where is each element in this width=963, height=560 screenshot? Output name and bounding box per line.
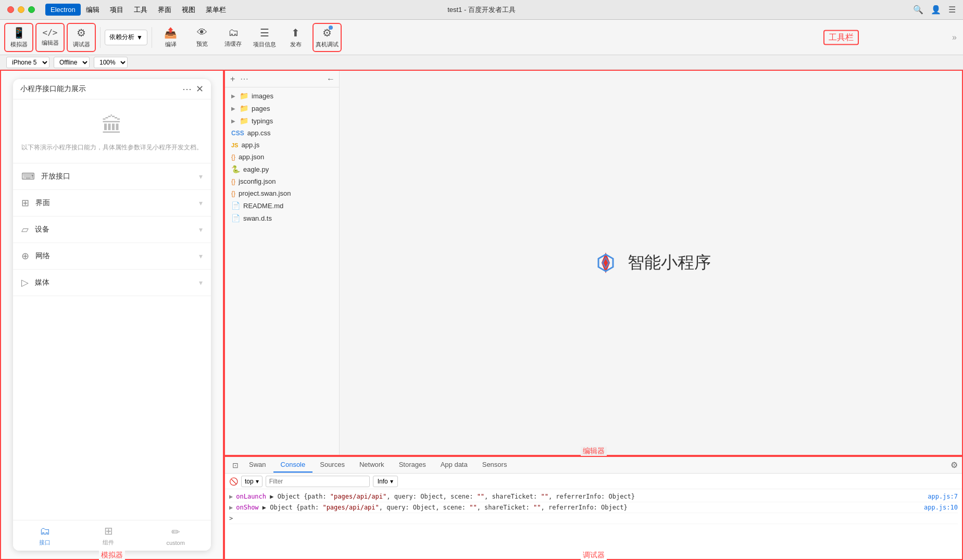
debugger-icon: ⚙: [77, 27, 86, 39]
menu-project[interactable]: 项目: [105, 3, 129, 17]
file-name-swandts: swan.d.ts: [243, 214, 272, 222]
interface-arrow-icon: ▾: [199, 199, 203, 207]
console-toolbar: 🚫 top ▾ Info ▾: [225, 474, 962, 489]
file-item-pages[interactable]: ▶ 📁 pages: [225, 102, 339, 114]
tab-sensors[interactable]: Sensors: [475, 457, 515, 473]
phone-content: 🏛 以下将演示小程序接口能力，具体属性参数详见小程序开发文档。 ⌨ 开放接口 ▾: [13, 99, 211, 520]
traffic-lights: [0, 6, 35, 13]
console-arrow-2[interactable]: ▶: [229, 504, 233, 511]
api-section: ⌨ 开放接口 ▾ ⊞ 界面 ▾ ▱: [13, 163, 211, 296]
search-icon[interactable]: 🔍: [913, 5, 923, 15]
tab-storages[interactable]: Storages: [392, 457, 433, 473]
tab-appdata[interactable]: App data: [433, 457, 475, 473]
publish-button[interactable]: ⬆ 发布: [281, 23, 310, 52]
file-item-projectswanjson[interactable]: {} project.swan.json: [225, 187, 339, 199]
simulator-button[interactable]: 📱 模拟器: [4, 23, 33, 52]
clear-cache-icon: 🗂: [228, 27, 239, 39]
media-name: 媒体: [35, 278, 49, 287]
console-filter-input[interactable]: [266, 476, 370, 487]
menu-interface[interactable]: 界面: [153, 3, 177, 17]
file-name-readme: README.md: [243, 202, 283, 210]
preview-button[interactable]: 👁 预览: [187, 23, 217, 52]
preview-icon: 👁: [197, 27, 207, 39]
console-context-select[interactable]: top ▾: [241, 476, 262, 487]
devtools-inspect-icon[interactable]: ⊡: [229, 459, 242, 472]
phone-tab-interface[interactable]: 🗂 接口: [39, 525, 51, 546]
console-level-select[interactable]: Info ▾: [373, 476, 398, 487]
tab-network[interactable]: Network: [352, 457, 392, 473]
tab-swan[interactable]: Swan: [242, 457, 273, 473]
debugger-button[interactable]: ⚙ 调试器: [67, 23, 96, 52]
phone-tab-component[interactable]: ⊞ 组件: [103, 525, 114, 546]
console-stop-icon[interactable]: 🚫: [229, 477, 238, 486]
main-layout: 小程序接口能力展示 ⋯ ✕ 🏛 以下将演示小程序接口能力，具体属性参数详见小程序…: [0, 70, 963, 560]
console-arrow-1[interactable]: ▶: [229, 493, 233, 500]
devtools-settings-icon[interactable]: ⚙: [951, 460, 958, 470]
menu-menubar[interactable]: 菜单栏: [201, 3, 231, 17]
api-item-open[interactable]: ⌨ 开放接口 ▾: [13, 163, 211, 190]
open-api-arrow-icon: ▾: [199, 172, 203, 181]
interface-name: 界面: [35, 198, 50, 208]
api-item-media[interactable]: ▷ 媒体 ▾: [13, 270, 211, 296]
simulator-section-label: 模拟器: [99, 551, 125, 560]
file-name-images: images: [252, 92, 273, 100]
file-name-jsconfig: jsconfig.json: [239, 177, 276, 185]
menu-view[interactable]: 视图: [177, 3, 201, 17]
project-info-button[interactable]: ☰ 项目信息: [250, 23, 279, 52]
maximize-button[interactable]: [28, 6, 35, 13]
console-obj-2: ▶ Object {path: "pages/api/api", query: …: [262, 504, 628, 511]
simulator-panel: 小程序接口能力展示 ⋯ ✕ 🏛 以下将演示小程序接口能力，具体属性参数详见小程序…: [0, 70, 224, 560]
editor-button[interactable]: </> 编辑器: [35, 23, 65, 52]
tab-console[interactable]: Console: [273, 457, 313, 473]
network-select[interactable]: Offline Online: [54, 57, 90, 68]
minimize-button[interactable]: [18, 6, 24, 13]
clear-cache-button[interactable]: 🗂 清缓存: [219, 23, 248, 52]
console-ref-1[interactable]: app.js:7: [928, 493, 958, 500]
file-item-eaglepy[interactable]: 🐍 eagle.py: [225, 163, 339, 175]
console-ref-2[interactable]: app.js:10: [924, 504, 958, 511]
console-text-1: onLaunch ▶ Object {path: "pages/api/api"…: [236, 493, 924, 500]
file-item-jsconfig[interactable]: {} jsconfig.json: [225, 175, 339, 187]
add-file-icon[interactable]: +: [229, 73, 236, 85]
back-icon[interactable]: ←: [327, 74, 335, 84]
tab-sources[interactable]: Sources: [312, 457, 352, 473]
phone-frame: 小程序接口能力展示 ⋯ ✕ 🏛 以下将演示小程序接口能力，具体属性参数详见小程序…: [13, 79, 211, 551]
dependency-select[interactable]: 依赖分析 ▼: [105, 30, 147, 45]
readme-file-icon: 📄: [231, 201, 240, 210]
more-actions-icon[interactable]: ⋯: [239, 73, 249, 85]
api-item-network[interactable]: ⊕ 网络 ▾: [13, 243, 211, 270]
phone-more-icon[interactable]: ⋯: [182, 83, 192, 95]
file-item-typings[interactable]: ▶ 📁 typings: [225, 114, 339, 127]
menu-tools[interactable]: 工具: [129, 3, 153, 17]
menu-electron[interactable]: Electron: [45, 4, 81, 16]
dependency-label: 依赖分析: [109, 33, 134, 42]
ts-file-icon: 📄: [231, 214, 240, 222]
phone-placeholder: 🏛 以下将演示小程序接口能力，具体属性参数详见小程序开发文档。: [13, 104, 211, 163]
file-item-swandts[interactable]: 📄 swan.d.ts: [225, 212, 339, 224]
user-icon[interactable]: 👤: [931, 5, 941, 15]
close-button[interactable]: [7, 6, 14, 13]
network-api-arrow-icon: ▾: [199, 252, 203, 260]
api-item-device[interactable]: ▱ 设备 ▾: [13, 217, 211, 243]
file-item-appcss[interactable]: CSS app.css: [225, 127, 339, 139]
js-file-icon: JS: [231, 142, 238, 148]
console-prompt-line: >: [229, 513, 958, 524]
phone-tab-custom[interactable]: ✏ custom: [166, 526, 184, 546]
menu-icon[interactable]: ☰: [948, 5, 956, 15]
toolbar-expand-icon[interactable]: »: [952, 33, 957, 42]
real-machine-button[interactable]: ⚙ 真机调试: [312, 23, 342, 52]
placeholder-icon: 🏛: [102, 114, 122, 137]
device-select[interactable]: iPhone 5 iPhone 6 iPhone X: [6, 57, 49, 68]
menu-edit[interactable]: 编辑: [81, 3, 105, 17]
file-item-readme[interactable]: 📄 README.md: [225, 199, 339, 212]
media-icon: ▷: [21, 277, 29, 288]
file-item-appjs[interactable]: JS app.js: [225, 139, 339, 151]
api-item-interface[interactable]: ⊞ 界面 ▾: [13, 190, 211, 217]
network-api-name: 网络: [35, 251, 50, 261]
zoom-select[interactable]: 100% 75% 50%: [94, 57, 128, 68]
phone-close-icon[interactable]: ✕: [196, 83, 204, 95]
compile-button[interactable]: 📤 编译: [156, 23, 185, 52]
file-item-appjson[interactable]: {} app.json: [225, 151, 339, 163]
file-tree-actions: + ⋯ ←: [225, 71, 339, 87]
file-item-images[interactable]: ▶ 📁 images: [225, 90, 339, 102]
